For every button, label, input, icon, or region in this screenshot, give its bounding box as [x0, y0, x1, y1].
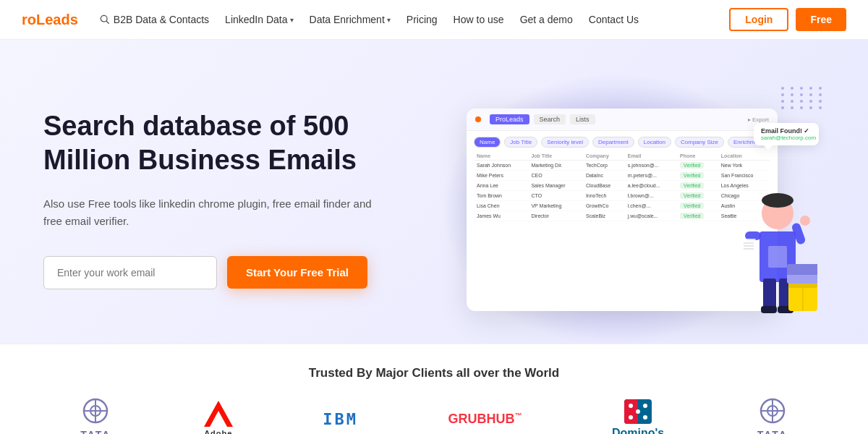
- cell-email: m.peters@...: [625, 171, 677, 181]
- chevron-down-icon: ▾: [387, 16, 391, 24]
- cell-name: Anna Lee: [474, 181, 528, 191]
- ibm-logo: IBM: [323, 410, 358, 428]
- col-email: Email: [625, 152, 677, 161]
- tata-label-2: TATA: [757, 429, 788, 434]
- table-row: Tom Brown CTO InnoTech t.brown@... Verif…: [474, 191, 770, 201]
- how-to-use-nav-link[interactable]: How to use: [454, 14, 504, 25]
- brand-logo[interactable]: roLeads: [22, 12, 78, 28]
- svg-point-31: [629, 415, 633, 420]
- results-table: Name Job Title Company Email Phone Locat…: [474, 152, 770, 221]
- cell-title: Director: [528, 211, 582, 221]
- cell-company: InnoTech: [583, 191, 625, 201]
- grubhub-label: GRUBHUB™: [448, 412, 522, 427]
- cell-email: t.brown@...: [625, 191, 677, 201]
- hero-title: Search database of 500 Million Business …: [43, 109, 420, 178]
- filter-pill-seniority[interactable]: Seniority level: [541, 137, 589, 148]
- cell-company: TechCorp: [583, 161, 625, 171]
- cell-name: Lisa Chen: [474, 201, 528, 211]
- tata-icon: [77, 398, 114, 427]
- enrichment-nav-link[interactable]: Data Enrichment ▾: [310, 14, 391, 25]
- ibm-label: IBM: [323, 410, 358, 428]
- cell-title: CEO: [528, 171, 582, 181]
- svg-rect-13: [741, 239, 756, 258]
- chevron-down-icon: ▾: [290, 16, 294, 24]
- col-jobtitle: Job Title: [528, 152, 582, 161]
- contact-nav-link[interactable]: Contact Us: [589, 14, 639, 25]
- dashboard-tab-2[interactable]: Search: [534, 114, 566, 124]
- pricing-nav-link[interactable]: Pricing: [407, 14, 438, 25]
- dashboard-tab-active[interactable]: ProLeads: [490, 114, 529, 124]
- svg-point-4: [762, 193, 793, 208]
- filter-pill-dept[interactable]: Department: [592, 137, 634, 148]
- nav-actions: Login Free: [729, 8, 846, 31]
- svg-point-30: [629, 404, 633, 408]
- dots-decoration: [781, 87, 825, 109]
- table-row: Sarah Johnson Marketing Dir. TechCorp s.…: [474, 161, 770, 171]
- cell-name: James Wu: [474, 211, 528, 221]
- chat-bubble-text: Email Found! ✓: [761, 127, 812, 135]
- cell-email: a.lee@cloud...: [625, 181, 677, 191]
- cell-phone: Verified: [677, 191, 718, 201]
- filter-pill-location[interactable]: Location: [638, 137, 671, 148]
- svg-point-12: [800, 216, 810, 226]
- dominos-logo: Domino's: [612, 399, 664, 434]
- dashboard-header: ProLeads Search Lists ▸ Export: [467, 109, 778, 131]
- hero-right: ProLeads Search Lists ▸ Export Name Job …: [420, 87, 825, 311]
- cell-email: s.johnson@...: [625, 161, 677, 171]
- tata-logo-2: TATA: [754, 398, 791, 434]
- dashboard-body: Name Job Title Seniority level Departmen…: [467, 131, 778, 227]
- cell-name: Sarah Johnson: [474, 161, 528, 171]
- table-row: Lisa Chen VP Marketing GrowthCo l.chen@.…: [474, 201, 770, 211]
- linkedin-nav-link[interactable]: LinkedIn Data ▾: [225, 14, 293, 25]
- cell-name: Mike Peters: [474, 171, 528, 181]
- table-header-row: Name Job Title Company Email Phone Locat…: [474, 152, 770, 161]
- cta-button[interactable]: Start Your Free Trial: [227, 256, 367, 289]
- filter-pill-name[interactable]: Name: [474, 137, 501, 148]
- col-location: Location: [718, 152, 770, 161]
- svg-rect-20: [787, 273, 817, 284]
- table-row: James Wu Director ScaleBiz j.wu@scale...…: [474, 211, 770, 221]
- hero-section: Search database of 500 Million Business …: [0, 40, 868, 344]
- filter-pill-jobtitle[interactable]: Job Title: [504, 137, 537, 148]
- cell-phone: Verified: [677, 201, 718, 211]
- col-name: Name: [474, 152, 528, 161]
- svg-rect-21: [787, 264, 817, 275]
- cell-phone: Verified: [677, 181, 718, 191]
- search-icon: [100, 14, 110, 25]
- demo-nav-link[interactable]: Get a demo: [520, 14, 573, 25]
- tata-logo-1: TATA: [77, 398, 114, 434]
- cell-phone: Verified: [677, 211, 718, 221]
- nav-links: B2B Data & Contacts LinkedIn Data ▾ Data…: [100, 14, 730, 25]
- cell-phone: Verified: [677, 171, 718, 181]
- person-illustration: [738, 166, 817, 311]
- col-phone: Phone: [677, 152, 718, 161]
- grubhub-logo: GRUBHUB™: [448, 412, 522, 427]
- dominos-icon: [624, 399, 652, 425]
- dashboard-tab-3[interactable]: Lists: [570, 114, 595, 124]
- svg-point-33: [643, 404, 647, 408]
- cell-email: l.chen@...: [625, 201, 677, 211]
- svg-point-32: [636, 409, 640, 414]
- adobe-label: Adobe: [204, 429, 232, 434]
- cell-name: Tom Brown: [474, 191, 528, 201]
- login-button[interactable]: Login: [729, 8, 788, 31]
- tab-dot-active: [475, 116, 481, 122]
- b2b-nav-link[interactable]: B2B Data & Contacts: [114, 14, 209, 25]
- filter-pill-size[interactable]: Company Size: [675, 137, 724, 148]
- free-button[interactable]: Free: [796, 8, 846, 31]
- nav-search[interactable]: B2B Data & Contacts: [100, 14, 209, 25]
- email-input[interactable]: [43, 256, 217, 289]
- dashboard-card: ProLeads Search Lists ▸ Export Name Job …: [467, 109, 778, 311]
- trusted-section: Trusted By Major Clients all over the Wo…: [0, 344, 868, 434]
- cell-title: VP Marketing: [528, 201, 582, 211]
- hero-subtitle: Also use Free tools like linkedin chrome…: [43, 195, 376, 230]
- dominos-label: Domino's: [612, 427, 664, 434]
- logos-row: TATA Adobe IBM GRUBHUB™: [43, 398, 825, 434]
- cell-title: Marketing Dir.: [528, 161, 582, 171]
- dashboard-meta: ▸ Export: [748, 116, 769, 123]
- chat-bubble: Email Found! ✓ sarah@techcorp.com: [754, 123, 819, 145]
- filter-pills-row: Name Job Title Seniority level Departmen…: [474, 137, 770, 148]
- tata-label-1: TATA: [80, 429, 111, 434]
- adobe-logo: Adobe: [204, 401, 233, 434]
- svg-rect-8: [761, 306, 777, 313]
